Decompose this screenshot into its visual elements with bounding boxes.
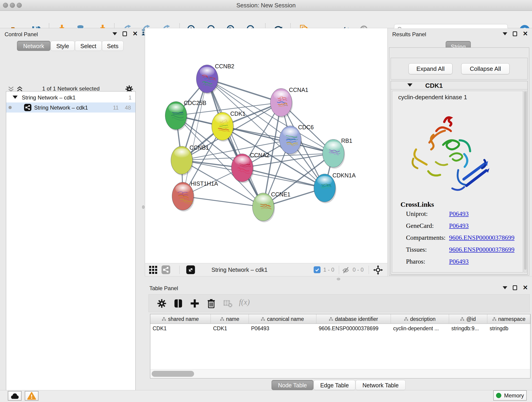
float-panel-icon[interactable] [503,286,507,289]
maximize-panel-icon[interactable] [513,285,517,290]
crosslink-link[interactable]: 9606.ENSP00000378699 [449,234,514,241]
node-label-CCNA2: CCNA2 [250,152,269,158]
crosslink-link[interactable]: 9606.ENSP00000378699 [449,246,514,253]
maximize-panel-icon[interactable] [123,32,127,36]
column-header-database-identifier[interactable]: database identifier [317,314,391,324]
network-row[interactable]: String Network – cdk1 11 48 [6,102,135,113]
add-column-icon[interactable] [190,299,200,308]
collapse-tree-icon[interactable] [13,96,18,99]
table-cell[interactable]: cyclin-dependent ... [391,324,449,333]
tab-sets[interactable]: Sets [102,41,123,51]
table-cell[interactable]: stringdb [487,324,531,333]
table-cell[interactable]: stringdb:9... [449,324,487,333]
tab-network-table[interactable]: Network Table [355,380,405,390]
crosslink-label: GeneCard: [406,222,434,230]
table-cell[interactable]: P06493 [249,324,317,333]
view-toolbar-separator [179,266,180,274]
hierarchy-icon [460,317,464,321]
hierarchy-icon [220,317,224,321]
network-selection-status: 1 of 1 Network selected [0,85,142,92]
cloud-status-button[interactable] [8,391,22,401]
delete-table-icon [223,299,233,308]
network-collection-row[interactable]: String Network – cdk1 1 [6,92,135,102]
tab-network[interactable]: Network [17,41,51,51]
node-label-CCNA1: CCNA1 [289,87,308,93]
network-view-icon[interactable] [162,265,170,274]
memory-label: Memory [504,392,524,399]
node-label-RB1: RB1 [341,138,352,144]
float-panel-icon[interactable] [503,32,507,35]
memory-button[interactable]: Memory [493,390,527,401]
hierarchy-icon [261,317,265,321]
expand-all-button[interactable]: Expand All [409,63,452,74]
node-label-CDK1: CDK1 [230,110,246,117]
maximize-panel-icon[interactable] [513,32,517,36]
table-cell[interactable]: CDK1 [211,324,249,333]
column-header-@id[interactable]: @id [449,314,487,324]
crosslink-link[interactable]: P06493 [449,210,469,217]
hidden-node-edge-counts: 0 - 0 [353,267,364,273]
grid-view-icon[interactable] [149,266,157,274]
close-panel-icon[interactable]: ✕ [523,285,528,290]
float-panel-icon[interactable] [113,32,117,35]
crosslink-row: Tissues:9606.ENSP00000378699 [392,246,523,258]
collapse-all-button[interactable]: Collapse All [461,63,510,74]
detach-view-icon[interactable] [186,265,195,274]
column-header-namespace[interactable]: namespace [487,314,531,324]
crosslink-link[interactable]: P06493 [449,222,469,230]
left-splitter-handle[interactable] [142,205,145,209]
tab-select[interactable]: Select [75,41,102,51]
node-label-CDC25B: CDC25B [184,100,206,106]
control-panel-title: Control Panel [5,31,38,38]
column-header-canonical-name[interactable]: canonical name [249,314,317,324]
protein-structure-image [406,113,493,198]
column-header-shared-name[interactable]: shared name [150,314,211,324]
expand-collapse-box: Expand All Collapse All [391,58,528,80]
table-panel-title: Table Panel [149,285,178,292]
view-toolbar-separator [339,266,339,274]
results-scrollbar[interactable] [524,91,527,273]
tab-edge-table[interactable]: Edge Table [314,380,355,390]
column-header-name[interactable]: name [211,314,249,324]
main-toolbar: ? [0,11,532,28]
tab-style[interactable]: Style [51,41,75,51]
gene-section-header[interactable]: CDK1 [391,81,527,89]
table-toolbar: f(x) [148,294,530,312]
node-label-HIST1H1A: HIST1H1A [191,180,218,187]
table-horizontal-scrollbar[interactable] [151,369,530,378]
hidden-eye-icon[interactable] [342,266,351,274]
birds-eye-crosshair-icon[interactable] [373,265,383,275]
tab-node-table[interactable]: Node Table [272,380,313,390]
selected-checkbox-icon[interactable] [314,266,321,273]
status-bar: Memory [0,390,532,402]
table-cell[interactable]: CDK1 [150,324,211,333]
node-label-CCNE1: CCNE1 [271,191,291,198]
table-row[interactable]: CDK1CDK1P064939606.ENSP00000378699cyclin… [150,324,530,333]
window-title: Session: New Session [0,0,532,11]
crosslink-label: Tissues: [406,246,427,253]
network-tree: String Network – cdk1 1 String Network –… [6,91,136,402]
show-columns-icon[interactable] [173,299,183,308]
network-canvas[interactable]: CCNB2CCNA1CDC25BCDK1CDC6RB1CCNB1CCNA2CDK… [145,28,388,263]
network-edges[interactable] [176,79,333,207]
crosslink-link[interactable]: P06493 [449,258,469,265]
warning-icon [27,392,36,400]
close-panel-icon[interactable]: ✕ [523,32,528,36]
title-bar: Session: New Session [0,0,532,11]
column-header-description[interactable]: description [391,314,449,324]
gene-section-cdk1: CDK1 cyclin-dependent kinase 1 [391,81,528,274]
table-settings-gear-icon[interactable] [157,299,167,308]
table-cell[interactable]: 9606.ENSP00000378699 [317,324,391,333]
crosslinks-title: CrossLinks [400,201,434,208]
close-panel-icon[interactable]: ✕ [133,32,138,36]
hierarchy-icon [404,317,408,321]
collapse-section-icon[interactable] [407,83,412,87]
horizontal-splitter[interactable] [145,276,532,282]
crosslink-label: Pharos: [406,258,425,265]
node-label-CDKN1A: CDKN1A [332,172,356,179]
network-node-count: 11 [113,104,119,111]
warning-status-button[interactable] [25,391,38,401]
node-table: shared namenamecanonical namedatabase id… [150,314,530,378]
function-builder-icon: f(x) [239,298,250,306]
delete-column-trash-icon[interactable] [206,299,216,308]
